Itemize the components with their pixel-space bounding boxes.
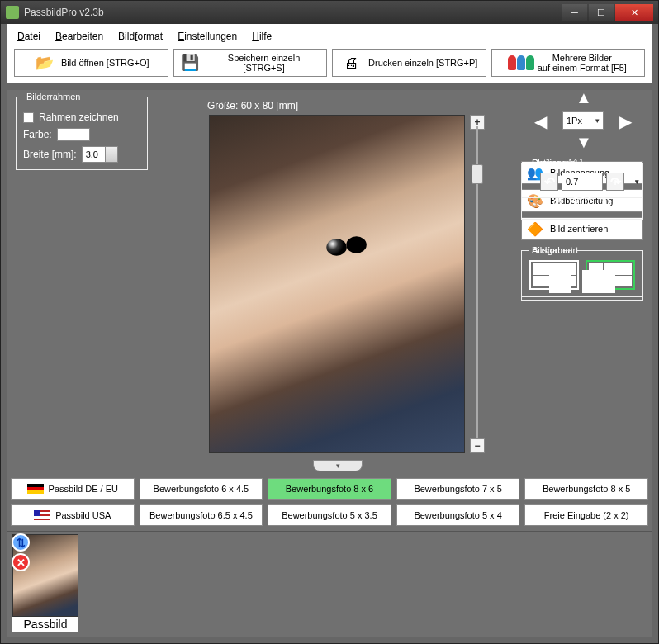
format-free-button[interactable]: Freie Eingabe (2 x 2): [524, 504, 648, 526]
rotate-cw-small-button[interactable]: ↷: [606, 173, 624, 191]
chrome-panel: Datei Bearbeiten Bildformat Einstellunge…: [7, 24, 652, 83]
multi-format-button[interactable]: Mehrere Bilderauf einem Format [F5]: [491, 49, 646, 77]
close-button[interactable]: ✕: [615, 4, 653, 21]
slider-thumb[interactable]: [472, 164, 483, 184]
format-buttons: Passbild DE / EU Bewerbungsfoto 6 x 4.5 …: [11, 478, 648, 531]
format-8x6-button[interactable]: Bewerbungsfoto 8 x 6: [268, 478, 391, 500]
app-icon: [6, 6, 19, 19]
menu-bildformat[interactable]: Bildformat: [118, 31, 163, 42]
menu-bearbeiten[interactable]: Bearbeiten: [55, 31, 103, 42]
workarea: Bilderrahmen Rahmen zeichnen Farbe: Brei…: [7, 90, 652, 637]
width-label: Breite [mm]:: [23, 149, 77, 160]
save-label: Speichern einzeln [STRG+S]: [206, 53, 321, 73]
folder-open-icon: 📂: [33, 54, 56, 72]
move-step-combo[interactable]: 1Px: [562, 111, 604, 130]
bildformat-group: Bildformat: [521, 245, 643, 301]
format-8x5-button[interactable]: Bewerbungsfoto 8 x 5: [524, 478, 648, 500]
format-6x45-button[interactable]: Bewerbungsfoto 6 x 4.5: [140, 478, 263, 500]
image-center-button[interactable]: 🔶 Bild zentrieren: [521, 217, 643, 240]
save-button[interactable]: 💾 Speichern einzeln [STRG+S]: [173, 49, 328, 77]
move-up-button[interactable]: ▲: [576, 88, 592, 107]
color-swatch[interactable]: [57, 128, 90, 141]
thumbnail-strip: ⇅ ✕ Passbild: [7, 531, 652, 637]
toolbar: 📂 Bild öffnen [STRG+O] 💾 Speichern einze…: [14, 49, 645, 77]
color-label: Farbe:: [23, 129, 52, 140]
rotate-90-label: 90°: [572, 196, 592, 211]
print-button[interactable]: 🖨 Drucken einzeln [STRG+P]: [332, 49, 486, 77]
move-pad: ▲ ◀ 1Px ▶ ▼: [521, 90, 645, 156]
format-5x4-button[interactable]: Bewerbungsfoto 5 x 4: [396, 504, 520, 526]
format-usa-button[interactable]: Passbild USA: [11, 504, 135, 526]
format-landscape-button[interactable]: [582, 270, 615, 293]
frame-group: Bilderrahmen Rahmen zeichnen Farbe: Brei…: [16, 92, 148, 170]
maximize-button[interactable]: ☐: [589, 4, 614, 21]
window-title: PassbildPro v2.3b: [24, 7, 104, 18]
rotate-group: Rotieren [ ° ] ↶ 0.7 ↷ ↺ 90° ↻: [521, 158, 643, 220]
zoom-slider[interactable]: + −: [470, 115, 485, 453]
format-portrait-button[interactable]: [549, 263, 571, 293]
open-button[interactable]: 📂 Bild öffnen [STRG+O]: [14, 49, 168, 77]
printer-icon: 🖨: [340, 54, 363, 72]
rotate-legend: Rotieren [ ° ]: [529, 158, 586, 168]
rotate-ccw-90-button[interactable]: ↺: [552, 194, 564, 212]
people-icon: [510, 54, 533, 72]
center-label: Bild zentrieren: [550, 224, 608, 234]
menu-datei[interactable]: Datei: [17, 31, 40, 42]
right-column: ▲ ◀ 1Px ▶ ▼ Skalierung − 7x + Rotieren […: [521, 90, 645, 240]
flag-us-icon: [34, 510, 50, 520]
move-down-button[interactable]: ▼: [576, 133, 592, 152]
menubar: Datei Bearbeiten Bildformat Einstellunge…: [14, 27, 645, 49]
draw-frame-label: Rahmen zeichnen: [39, 111, 119, 123]
photo-image: [210, 116, 464, 452]
width-spinner[interactable]: 3,0: [82, 146, 118, 163]
menu-einstellungen[interactable]: Einstellungen: [178, 31, 237, 42]
thumbnail-image[interactable]: ⇅ ✕: [12, 534, 78, 617]
flag-de-icon: [27, 484, 44, 494]
titlebar[interactable]: PassbildPro v2.3b ─ ☐ ✕: [1, 1, 658, 24]
photo-viewport[interactable]: [209, 115, 465, 453]
frame-legend: Bilderrahmen: [23, 92, 83, 102]
bildformat-legend: Bildformat: [529, 245, 576, 255]
draw-frame-checkbox[interactable]: [23, 112, 34, 123]
thumbnail-item[interactable]: ⇅ ✕ Passbild: [12, 534, 78, 632]
move-left-button[interactable]: ◀: [534, 111, 547, 131]
menu-hilfe[interactable]: Hilfe: [252, 31, 272, 42]
rotate-cw-90-button[interactable]: ↻: [600, 194, 613, 212]
format-65x45-button[interactable]: Bewerbungsfoto 6.5 x 4.5: [140, 504, 263, 526]
rotate-combo[interactable]: 0.7: [562, 173, 603, 191]
thumbnail-move-button[interactable]: ⇅: [12, 533, 30, 552]
thumbnail-delete-button[interactable]: ✕: [12, 553, 30, 571]
thumbnail-caption: Passbild: [12, 617, 78, 632]
print-label: Drucken einzeln [STRG+P]: [368, 58, 477, 68]
minimize-button[interactable]: ─: [562, 4, 587, 21]
multi-label: Mehrere Bilderauf einem Format [F5]: [538, 53, 627, 73]
rotate-ccw-small-button[interactable]: ↶: [540, 173, 558, 191]
move-right-button[interactable]: ▶: [619, 111, 632, 131]
disk-icon: 💾: [179, 54, 202, 72]
format-5x35-button[interactable]: Bewerbungsfoto 5 x 3.5: [268, 504, 391, 526]
zoom-out-button[interactable]: −: [470, 438, 485, 453]
app-window: PassbildPro v2.3b ─ ☐ ✕ Datei Bearbeiten…: [0, 0, 659, 644]
format-de-eu-button[interactable]: Passbild DE / EU: [11, 478, 135, 500]
format-7x5-button[interactable]: Bewerbungsfoto 7 x 5: [396, 478, 520, 500]
size-label: Größe: 60 x 80 [mm]: [207, 100, 298, 111]
open-label: Bild öffnen [STRG+O]: [61, 58, 149, 68]
panel-handle[interactable]: ▾: [313, 460, 363, 471]
center-icon: 🔶: [527, 220, 543, 237]
